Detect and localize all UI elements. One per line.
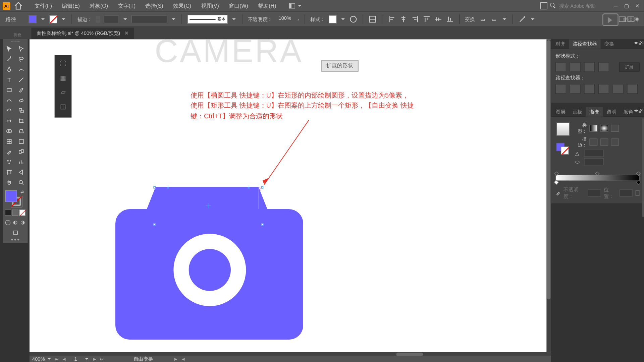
menu-window[interactable]: 窗口(W)	[224, 1, 253, 11]
blend-tool-icon[interactable]	[15, 146, 27, 156]
panel-edge[interactable]	[642, 118, 644, 217]
restore-icon[interactable]: ▢	[624, 3, 630, 9]
tab-artboards[interactable]: 画板	[569, 107, 586, 117]
minus-back-icon[interactable]	[627, 84, 638, 94]
none-mode-icon[interactable]	[19, 209, 25, 216]
zoom-value[interactable]: 400%	[32, 356, 45, 362]
minus-front-icon[interactable]	[570, 62, 581, 72]
grad-stop-2[interactable]	[636, 180, 641, 185]
free-transform-widget[interactable]: ⛶ ▦ ▱ ◫	[55, 55, 72, 118]
slice-tool-icon[interactable]	[15, 167, 27, 177]
recolor-icon[interactable]	[349, 15, 357, 23]
menu-select[interactable]: 选择(S)	[141, 1, 168, 11]
prev-artboard-icon[interactable]: ◀	[62, 357, 66, 361]
ft-free-icon[interactable]: ▦	[58, 72, 68, 84]
dock-icon-1[interactable]	[619, 16, 626, 22]
curvature-tool-icon[interactable]	[15, 64, 27, 74]
magic-wand-tool-icon[interactable]	[4, 54, 15, 64]
stroke-grad-3-icon[interactable]	[611, 138, 619, 145]
direct-select-tool-icon[interactable]	[15, 44, 27, 54]
artboard-tool-icon[interactable]	[4, 167, 15, 177]
exclude-icon[interactable]	[598, 62, 609, 72]
type-tool-icon[interactable]	[4, 75, 15, 84]
valign-top-icon[interactable]	[423, 15, 431, 23]
wand-icon[interactable]	[518, 15, 526, 23]
symbol-tool-icon[interactable]	[4, 157, 15, 167]
grad-stroke-swatch[interactable]	[561, 146, 569, 155]
stroke-var-dropdown[interactable]	[172, 18, 175, 20]
stroke-weight-dropdown[interactable]	[123, 18, 127, 20]
swap-icon[interactable]: ⇄	[20, 189, 24, 194]
tab-transparency[interactable]: 透明	[603, 107, 620, 117]
menu-object[interactable]: 对象(O)	[85, 1, 113, 11]
zoom-tool-icon[interactable]	[15, 177, 27, 187]
rotate-tool-icon[interactable]	[4, 106, 15, 115]
scale-tool-icon[interactable]	[15, 106, 27, 115]
artboard-number[interactable]: 1	[69, 356, 83, 362]
draw-behind-icon[interactable]: ◐	[12, 218, 19, 226]
graph-tool-icon[interactable]	[15, 157, 27, 167]
search-placeholder[interactable]: 搜索 Adobe 帮助	[559, 2, 596, 9]
eyedropper-tool-icon[interactable]	[4, 146, 15, 156]
opacity-arrow-icon[interactable]: ›	[298, 16, 299, 22]
style-swatch[interactable]	[329, 15, 337, 23]
halign-right-icon[interactable]	[411, 15, 419, 23]
grad-mid-3[interactable]	[636, 171, 641, 176]
stroke-grad-2-icon[interactable]	[600, 138, 608, 145]
handle-bl[interactable]	[153, 224, 156, 226]
angle-input[interactable]	[584, 150, 604, 157]
outline-icon[interactable]	[613, 84, 624, 94]
document-tab[interactable]: 面性图标绘制.ai* @ 400% (RGB/预览) ✕	[31, 28, 134, 39]
grad-mid-2[interactable]	[595, 171, 599, 176]
handle-br[interactable]	[261, 224, 264, 226]
shapebuilder-tool-icon[interactable]	[4, 126, 15, 136]
layout-dropdown[interactable]	[298, 5, 302, 7]
gradient-slider[interactable]	[555, 175, 640, 181]
opacity-value[interactable]: 100%	[276, 15, 294, 23]
merge-icon[interactable]	[584, 84, 595, 94]
grad-stop-1[interactable]	[554, 180, 559, 185]
halign-left-icon[interactable]	[388, 15, 396, 23]
tab-align[interactable]: 对齐	[552, 39, 569, 49]
canvas[interactable]: CAMERA ⛶ ▦ ▱ ◫ 扩展的形状 使用【椭圆工具 快捷键：U】在矩形的内…	[30, 39, 551, 352]
panel-menu-icon[interactable]: ≡	[636, 16, 639, 22]
menu-edit[interactable]: 编辑(E)	[57, 1, 84, 11]
last-artboard-icon[interactable]: ⏭	[99, 357, 104, 361]
ft-constrain-icon[interactable]: ⛶	[58, 58, 68, 69]
ft-distort-icon[interactable]: ◫	[58, 101, 68, 112]
iso-dropdown[interactable]	[502, 18, 506, 20]
unite-icon[interactable]	[555, 62, 566, 72]
camera-shape[interactable]	[115, 209, 303, 340]
draw-normal-icon[interactable]: ◯	[4, 218, 11, 226]
divide-icon[interactable]	[555, 84, 566, 94]
artboard-dropdown[interactable]	[85, 358, 89, 360]
stroke-swatch[interactable]	[49, 15, 57, 23]
menu-file[interactable]: 文件(F)	[30, 1, 56, 11]
fill-dropdown[interactable]	[41, 18, 45, 20]
menu-help[interactable]: 帮助(H)	[254, 1, 281, 11]
panel-collapse-icon[interactable]: ◂▸ ✕	[633, 39, 644, 46]
menu-effect[interactable]: 效果(C)	[169, 1, 196, 11]
trim-icon[interactable]	[570, 84, 581, 94]
toolbar-grip[interactable]	[3, 39, 28, 42]
tab-gradient[interactable]: 渐变	[586, 107, 603, 117]
menu-text[interactable]: 文字(T)	[113, 1, 140, 11]
expand-button[interactable]: 扩展	[619, 63, 639, 72]
mesh-tool-icon[interactable]	[4, 136, 15, 146]
status-back-icon[interactable]: ◀	[181, 357, 185, 361]
rectangle-tool-icon[interactable]	[4, 85, 15, 95]
intersect-icon[interactable]	[584, 62, 595, 72]
arrange-docs-icon[interactable]	[540, 2, 547, 9]
fill-stroke-control[interactable]: ⇄	[4, 189, 27, 208]
freeform-grad-icon[interactable]	[611, 125, 619, 132]
width-tool-icon[interactable]	[4, 116, 15, 125]
gradient-tool-icon[interactable]	[15, 136, 27, 146]
valign-middle-icon[interactable]	[434, 15, 442, 23]
search-icon[interactable]	[550, 3, 556, 9]
screen-mode-icon[interactable]	[4, 228, 27, 237]
eraser-tool-icon[interactable]	[15, 95, 27, 105]
brush-profile[interactable]: 基本	[187, 15, 228, 24]
line-tool-icon[interactable]	[15, 75, 27, 84]
tab-close-icon[interactable]: ✕	[124, 31, 128, 36]
draw-inside-icon[interactable]: ◑	[19, 218, 26, 226]
